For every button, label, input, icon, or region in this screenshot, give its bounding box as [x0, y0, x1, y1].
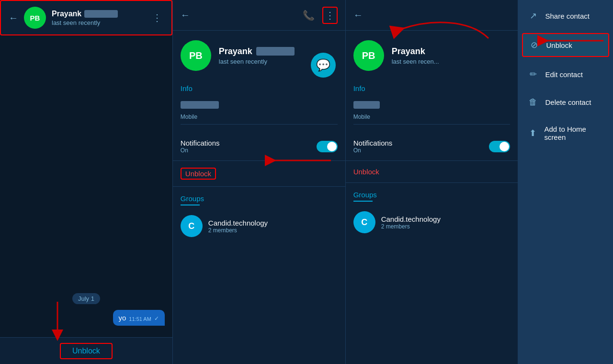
chat-bottom-bar: Unblock [0, 337, 172, 364]
phone-row: Mobile [181, 97, 338, 125]
dropdown-item-share[interactable]: ↗ Share contact [518, 4, 613, 28]
notifications-toggle[interactable] [317, 141, 338, 152]
info-section: Info Mobile [173, 80, 345, 132]
chat-panel: ← PB Prayank last seen recently ⋮ July 1… [0, 0, 173, 364]
message-icon: 💬 [316, 58, 330, 72]
profile-section-2: PB Prayank last seen recen... [346, 31, 518, 80]
mobile-label-2: Mobile [353, 114, 511, 120]
groups-label: Groups [181, 194, 338, 203]
message-float-button[interactable]: 💬 [311, 53, 336, 78]
group-avatar-2: C [353, 211, 375, 233]
share-icon: ↗ [528, 11, 538, 21]
contact-info-panel-2: ← PB Prayank last seen recen... Info Mob… [346, 0, 519, 364]
groups-section-2: Groups C Candid.technology 2 members [346, 183, 518, 245]
home-screen-icon: ⬆ [528, 128, 537, 138]
header-actions: ⋮ [150, 10, 164, 25]
notifications-row: Notifications On [173, 132, 345, 161]
message-text: yo [119, 314, 126, 322]
delete-contact-label: Delete contact [545, 98, 591, 106]
dropdown-divider-4 [518, 116, 613, 116]
profile-info-2: Prayank last seen recen... [392, 46, 511, 65]
groups-underline-2 [353, 201, 373, 202]
dropdown-divider-1 [518, 30, 613, 30]
back-button-2[interactable]: ← [181, 10, 190, 21]
unblock-button[interactable]: Unblock [173, 161, 345, 187]
group-name-2: Candid.technology [381, 215, 441, 223]
message-bubble: yo 11:51 AM ✓ [113, 310, 165, 326]
contact-status: last seen recently [52, 19, 145, 26]
profile-status-2: last seen recen... [392, 58, 511, 65]
edit-icon: ✏ [528, 69, 538, 80]
unblock-label-2: Unblock [353, 168, 379, 176]
chat-header: ← PB Prayank last seen recently ⋮ [0, 0, 172, 35]
info-label: Info [181, 84, 338, 92]
share-contact-label: Share contact [545, 12, 590, 20]
dropdown-divider-3 [518, 88, 613, 89]
phone-blur-2 [353, 101, 380, 109]
check-icon: ✓ [154, 315, 159, 322]
unblock-label: Unblock [181, 168, 216, 180]
phone-row-2: Mobile [353, 97, 511, 125]
groups-label-2: Groups [353, 191, 511, 199]
notifications-label: Notifications [181, 139, 220, 147]
group-members: 2 members [208, 227, 268, 234]
profile-name-2: Prayank [392, 46, 511, 57]
dropdown-divider-2 [518, 60, 613, 60]
more-options-button-2[interactable]: ⋮ [322, 7, 338, 24]
contact-avatar[interactable]: PB [24, 7, 46, 29]
header-info: Prayank last seen recently [52, 10, 145, 26]
dropdown-item-edit[interactable]: ✏ Edit contact [518, 62, 613, 86]
groups-underline [181, 205, 200, 205]
profile-avatar: PB [181, 40, 211, 71]
group-info-2: Candid.technology 2 members [381, 215, 441, 230]
back-button[interactable]: ← [9, 12, 18, 23]
message-time: 11:51 AM [129, 316, 151, 322]
group-name: Candid.technology [208, 219, 268, 227]
notifications-toggle-2[interactable] [489, 141, 510, 152]
info-label-2: Info [353, 84, 511, 92]
edit-contact-label: Edit contact [545, 70, 582, 79]
contact-info-header-2: ← [346, 0, 518, 31]
unblock-bar-button[interactable]: Unblock [60, 343, 113, 359]
group-item-2[interactable]: C Candid.technology 2 members [353, 207, 511, 237]
profile-avatar-2: PB [353, 40, 384, 71]
contact-info-panel: ← 📞 ⋮ PB Prayank last seen recently 💬 In… [173, 0, 346, 364]
groups-section: Groups C Candid.technology 2 members [173, 187, 345, 249]
delete-icon: 🗑 [528, 97, 538, 107]
group-avatar: C [181, 215, 203, 237]
notifications-sub: On [181, 147, 220, 154]
unblock-button-2[interactable]: Unblock [346, 161, 518, 183]
group-info: Candid.technology 2 members [208, 219, 268, 234]
unblock-dropdown-label: Unblock [546, 41, 572, 49]
notifications-label-2: Notifications [353, 139, 393, 147]
name-blur-2 [256, 47, 295, 56]
notifications-info: Notifications On [181, 139, 220, 154]
contact-name: Prayank [52, 10, 145, 18]
notifications-sub-2: On [353, 147, 393, 154]
group-members-2: 2 members [381, 223, 441, 230]
contact-info-header: ← 📞 ⋮ [173, 0, 345, 31]
dropdown-item-delete[interactable]: 🗑 Delete contact [518, 91, 613, 114]
unblock-icon: ⊘ [529, 40, 539, 50]
date-badge: July 1 [72, 293, 100, 304]
dropdown-menu: ↗ Share contact ⊘ Unblock ✏ Edit contact… [518, 0, 613, 364]
more-options-button[interactable]: ⋮ [150, 10, 164, 25]
info-section-2: Info Mobile [346, 80, 518, 132]
group-item[interactable]: C Candid.technology 2 members [181, 211, 338, 241]
dropdown-item-unblock[interactable]: ⊘ Unblock [522, 33, 609, 57]
back-button-3[interactable]: ← [353, 10, 363, 21]
phone-blur [181, 101, 219, 109]
mobile-label: Mobile [181, 114, 338, 120]
call-button[interactable]: 📞 [301, 8, 317, 23]
home-screen-label: Add to Home screen [544, 125, 603, 141]
dropdown-item-home[interactable]: ⬆ Add to Home screen [518, 118, 613, 148]
chat-area: July 1 yo 11:51 AM ✓ [0, 35, 172, 337]
name-blur [84, 10, 118, 18]
notifications-row-2: Notifications On [346, 132, 518, 161]
notifications-info-2: Notifications On [353, 139, 393, 154]
header-actions-2: 📞 ⋮ [301, 7, 338, 24]
